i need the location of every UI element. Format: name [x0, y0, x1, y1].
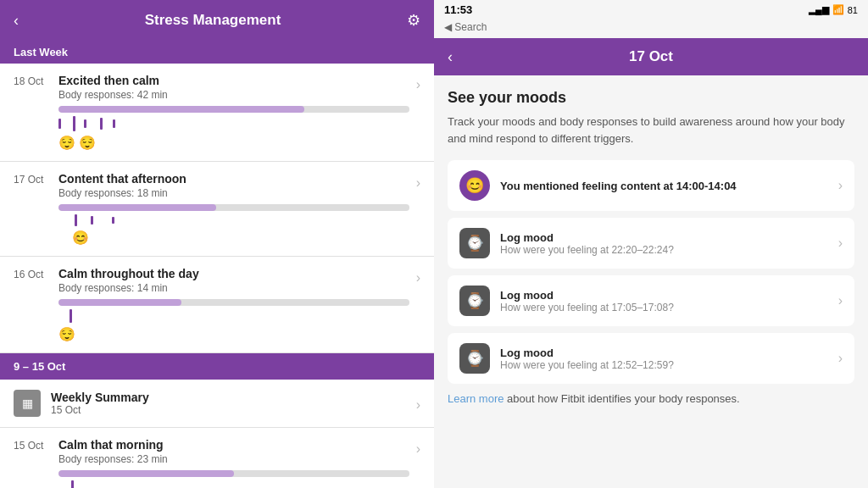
left-scroll-area: 18 Oct Excited then calm Body responses:…	[0, 64, 434, 488]
search-back-label: ◀ Search	[444, 21, 487, 33]
watch-glyph: ⌚	[465, 291, 484, 310]
mood-entry-0[interactable]: 😊 You mentioned feeling content at 14:00…	[448, 160, 854, 211]
entry-subtitle: Body responses: 42 min	[58, 89, 409, 101]
chevron-right-icon: ›	[416, 77, 420, 92]
mood-text: Log mood How were you feeling at 22:20–2…	[490, 231, 838, 256]
mood-sub-text: How were you feeling at 12:52–12:59?	[500, 359, 838, 371]
entry-title: Excited then calm	[58, 74, 409, 87]
weekly-date: 15 Oct	[51, 404, 409, 416]
emoji-1: 😊	[72, 230, 89, 246]
watch-icon: ⌚	[459, 343, 490, 374]
back-icon: ‹	[14, 12, 19, 29]
watch-glyph: ⌚	[465, 234, 484, 252]
emoji-1: 😌	[58, 326, 75, 342]
search-bar[interactable]: ◀ Search	[434, 19, 868, 38]
right-panel: 11:53 ▂▄▆ 📶 81 ◀ Search ‹ 17 Oct See you…	[434, 0, 868, 488]
right-back-button[interactable]: ‹	[448, 48, 453, 66]
week-range-header: 9 – 15 Oct	[0, 353, 434, 380]
tick	[75, 214, 77, 226]
signal-icon: ▂▄▆	[809, 4, 829, 15]
mood-emoji-icon: 😊	[459, 170, 490, 201]
entry-15-oct[interactable]: 15 Oct Calm that morning Body responses:…	[0, 428, 434, 488]
tick	[84, 119, 86, 128]
body-response-bar	[58, 299, 409, 306]
emoji-2: 😌	[79, 135, 96, 151]
tick	[91, 216, 93, 225]
body-response-bar	[58, 106, 409, 113]
page-title: Stress Management	[145, 12, 281, 29]
entry-title: Calm throughout the day	[58, 267, 409, 280]
entry-body: Excited then calm Body responses: 42 min	[52, 74, 409, 151]
tick	[71, 480, 74, 488]
chevron-right-icon: ›	[838, 178, 843, 193]
watch-glyph: ⌚	[465, 349, 484, 368]
body-response-bar	[58, 204, 409, 211]
weekly-title: Weekly Summary	[51, 391, 409, 404]
mood-text: You mentioned feeling content at 14:00-1…	[490, 180, 838, 192]
weekly-summary-content: Weekly Summary 15 Oct	[41, 391, 409, 416]
date-label: 15 Oct	[14, 440, 52, 452]
entry-subtitle: Body responses: 18 min	[58, 187, 409, 199]
last-week-header: Last Week	[0, 41, 434, 64]
tick-marks	[58, 309, 409, 323]
settings-icon[interactable]: ⚙	[407, 11, 420, 30]
mood-entry-2[interactable]: ⌚ Log mood How were you feeling at 17:05…	[448, 275, 854, 326]
entry-subtitle: Body responses: 14 min	[58, 282, 409, 294]
tick	[113, 119, 115, 128]
entry-subtitle: Body responses: 23 min	[58, 453, 409, 465]
tick	[58, 119, 61, 129]
weekly-summary-icon: ▦	[14, 390, 41, 417]
entry-body: Calm that morning Body responses: 23 min…	[52, 438, 409, 488]
mood-main-text: You mentioned feeling content at 14:00-1…	[500, 180, 838, 192]
right-header-title: 17 Oct	[629, 48, 673, 65]
mood-sub-text: How were you feeling at 22:20–22:24?	[500, 244, 838, 256]
tick-marks	[58, 116, 409, 131]
entry-18-oct[interactable]: 18 Oct Excited then calm Body responses:…	[0, 64, 434, 162]
battery-value: 81	[848, 5, 858, 15]
tick	[73, 116, 75, 131]
back-button[interactable]: ‹	[14, 12, 19, 30]
tick	[100, 118, 103, 130]
bar-fill	[58, 204, 216, 211]
weekly-summary-entry[interactable]: ▦ Weekly Summary 15 Oct ›	[0, 380, 434, 428]
mood-text: Log mood How were you feeling at 12:52–1…	[490, 347, 838, 371]
status-icons: ▂▄▆ 📶 81	[809, 4, 858, 15]
entry-16-oct[interactable]: 16 Oct Calm throughout the day Body resp…	[0, 257, 434, 353]
learn-more-text: about how Fitbit identifies your body re…	[504, 392, 739, 405]
chevron-right-icon: ›	[416, 175, 420, 191]
mood-entry-3[interactable]: ⌚ Log mood How were you feeling at 12:52…	[448, 333, 854, 384]
chevron-right-icon: ›	[838, 351, 843, 366]
chevron-right-icon: ›	[838, 293, 843, 308]
status-bar: 11:53 ▂▄▆ 📶 81	[434, 0, 868, 19]
right-header: ‹ 17 Oct	[434, 38, 868, 75]
mood-sub-text: How were you feeling at 17:05–17:08?	[500, 302, 838, 313]
entry-title: Content that afternoon	[58, 172, 409, 186]
bar-fill	[58, 470, 234, 477]
emoji-1: 😌	[58, 135, 75, 151]
watch-icon: ⌚	[459, 286, 490, 316]
bar-fill	[58, 299, 181, 306]
emoji-row: 😌	[58, 326, 409, 342]
emoji-row: 😌 😌	[58, 135, 409, 151]
mood-entry-1[interactable]: ⌚ Log mood How were you feeling at 22:20…	[448, 218, 854, 269]
mood-main-text: Log mood	[500, 231, 838, 244]
learn-more-section: Learn more about how Fitbit identifies y…	[448, 391, 854, 408]
mood-main-text: Log mood	[500, 289, 838, 302]
emoji-row: 😊	[58, 230, 409, 246]
entry-17-oct[interactable]: 17 Oct Content that afternoon Body respo…	[0, 162, 434, 257]
battery-label: 81	[848, 5, 858, 15]
mood-icon-glyph: 😊	[465, 176, 484, 195]
learn-more-link[interactable]: Learn more	[448, 392, 504, 405]
moods-title: See your moods	[448, 89, 854, 107]
chevron-right-icon: ›	[416, 270, 420, 286]
tick	[112, 217, 114, 224]
chevron-right-icon: ›	[416, 441, 420, 457]
wifi-icon: 📶	[832, 4, 844, 15]
date-label: 16 Oct	[14, 269, 52, 280]
entry-title: Calm that morning	[58, 438, 409, 452]
tick	[70, 309, 72, 323]
date-label: 18 Oct	[14, 75, 52, 87]
tick-marks	[58, 214, 409, 226]
right-content: See your moods Track your moods and body…	[434, 75, 868, 488]
bar-fill	[58, 106, 304, 113]
